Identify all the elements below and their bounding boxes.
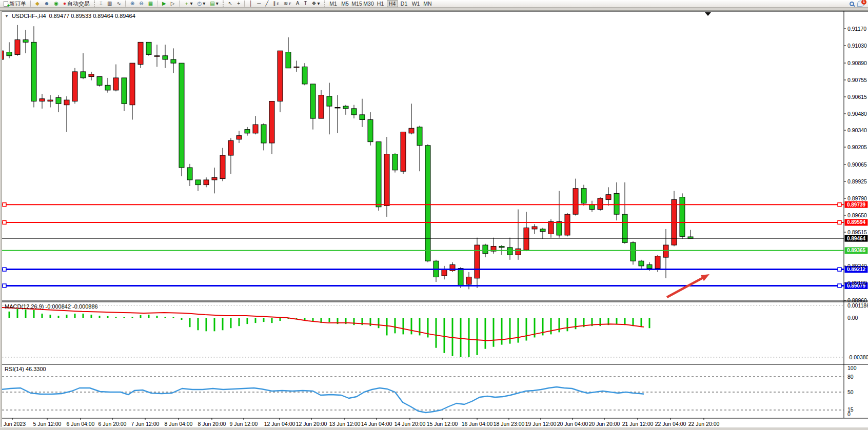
timeframe-w1-button[interactable]: W1	[410, 0, 422, 7]
line-handle[interactable]	[838, 268, 841, 271]
bull-candle	[220, 155, 225, 179]
candlestick-icon: ▥	[107, 1, 112, 6]
zoom-in-icon: ⊕	[130, 1, 134, 6]
text-icon: A	[296, 1, 300, 6]
zoom-out-button[interactable]: ⊖	[137, 0, 145, 7]
line-handle[interactable]	[838, 284, 841, 288]
text-tool-button[interactable]: A	[294, 0, 302, 7]
timeframe-h4-button[interactable]: H4	[387, 0, 398, 7]
price-badge: 0.89594	[845, 219, 868, 226]
chart-area[interactable]: 0.897390.895940.894640.893650.892120.890…	[0, 11, 868, 427]
timeframe-m15-button[interactable]: M15	[351, 0, 363, 7]
bear-candle	[376, 142, 381, 207]
bear-candle	[31, 42, 36, 101]
auto-trading-icon: ●	[63, 1, 66, 6]
price-axis-label: 0.89925	[847, 178, 867, 185]
signals-button[interactable]: ◉	[52, 0, 61, 7]
timeframe-d1-button[interactable]: D1	[399, 0, 410, 7]
line-handle[interactable]	[838, 220, 841, 224]
bull-candle	[655, 256, 660, 269]
indicators-button[interactable]: ＋ ▾	[182, 0, 195, 7]
timeframe-m1-button[interactable]: M1	[328, 0, 339, 7]
channel-tool-button[interactable]: ∥ E	[271, 0, 281, 7]
crosshair-tool-button[interactable]: +	[235, 0, 242, 7]
trendline-tool-button[interactable]: ╱	[263, 0, 270, 7]
toolbar-grip	[324, 1, 326, 7]
bear-candle	[261, 125, 266, 143]
bull-candle	[606, 195, 611, 200]
chart-canvas[interactable]: 0.897390.895940.894640.893650.892120.890…	[0, 11, 868, 430]
macd-axis-label: -0.003802	[847, 354, 868, 360]
periods-button[interactable]: ◴ ▾	[195, 0, 208, 7]
new-order-button[interactable]: + 新订单	[2, 0, 28, 7]
styler-button[interactable]: ◆	[33, 0, 42, 7]
cursor-tool-button[interactable]: ↖	[226, 0, 234, 7]
new-order-label: 新订单	[9, 0, 26, 8]
toolbar-separator	[157, 1, 158, 7]
bear-candle	[392, 154, 398, 170]
line-handle[interactable]	[3, 203, 6, 207]
zoom-in-button[interactable]: ⊕	[128, 0, 136, 7]
auto-scroll-button[interactable]: ▶	[160, 0, 168, 7]
bull-candle	[130, 63, 135, 105]
bull-candle	[442, 270, 447, 276]
auto-trading-label: 自动交易	[67, 0, 90, 8]
timeframe-h1-button[interactable]: H1	[375, 0, 386, 7]
rsi-axis-label: 100	[847, 365, 857, 371]
bear-candle	[425, 146, 430, 261]
bull-candle	[335, 107, 340, 108]
chevron-down-icon[interactable]: ▼	[5, 14, 9, 18]
arrows-tool-button[interactable]: ❖ ▾	[310, 0, 322, 7]
timeframe-mn-button[interactable]: MN	[422, 0, 433, 7]
price-axis-label: 0.90890	[847, 60, 867, 66]
price-badge: 0.89464	[845, 235, 868, 242]
ohlc-values-label: 0.89477 0.89533 0.89464 0.89464	[49, 13, 135, 19]
chat-icon[interactable]: 1	[857, 1, 865, 7]
community-button[interactable]: ☻	[42, 0, 52, 7]
line-handle[interactable]	[838, 203, 841, 207]
line-handle[interactable]	[3, 268, 6, 271]
line-handle[interactable]	[3, 284, 6, 288]
bar-chart-icon: ⌶	[100, 1, 103, 6]
chart-shift-icon: ▷	[171, 1, 175, 6]
vertical-line-icon: │	[249, 1, 252, 6]
timeframe-m30-button[interactable]: M30	[363, 0, 374, 7]
auto-trading-button[interactable]: ● 自动交易	[61, 0, 92, 7]
timeframe-m5-button[interactable]: M5	[340, 0, 351, 7]
plus-icon: +	[7, 4, 10, 8]
search-icon[interactable]	[850, 2, 854, 6]
horizontal-line-tool-button[interactable]: ─	[255, 0, 263, 7]
auto-scroll-icon: ▶	[162, 1, 166, 6]
toolbar-grip	[94, 1, 95, 7]
bull-candle	[269, 101, 274, 143]
toolbar-separator	[125, 1, 126, 7]
price-axis-label: 0.90205	[847, 144, 867, 150]
templates-button[interactable]: ▤ ▾	[208, 0, 220, 7]
price-badge: 0.89739	[845, 201, 868, 208]
price-badge: 0.89365	[845, 247, 868, 254]
signal-icon: ◉	[54, 1, 58, 6]
bear-candle	[499, 246, 504, 247]
fibonacci-tool-button[interactable]: ≋ F	[282, 0, 293, 7]
bar-chart-button[interactable]: ⌶	[97, 0, 105, 7]
text-label-tool-button[interactable]: T	[302, 0, 309, 7]
terminal-window: + 新订单 ◆ ☻ ◉ ● 自动交易 ⌶ ▥ ∿ ⊕ ⊖ ▦ ▶ ▷ ＋ ▾ ◴…	[0, 0, 868, 430]
tile-windows-button[interactable]: ▦	[146, 0, 155, 7]
bear-candle	[639, 261, 644, 266]
bull-candle	[516, 249, 521, 255]
paint-bucket-icon: ◆	[35, 1, 40, 6]
profile-icon: ☻	[44, 1, 50, 6]
candlestick-button[interactable]: ▥	[105, 0, 114, 7]
bear-candle	[680, 197, 685, 237]
line-chart-button[interactable]: ∿	[114, 0, 123, 7]
bear-candle	[343, 106, 348, 109]
bull-candle	[64, 100, 69, 105]
time-axis-label: 8 Jun 04:00	[165, 421, 193, 427]
clock-icon: ◴	[198, 1, 202, 6]
toolbar-separator	[30, 1, 31, 7]
line-handle[interactable]	[3, 220, 6, 224]
chart-shift-button[interactable]: ▷	[169, 0, 177, 7]
crosshair-icon: +	[237, 1, 240, 6]
time-axis-label: 14 Jun 04:00	[361, 421, 392, 427]
vertical-line-tool-button[interactable]: │	[247, 0, 254, 7]
